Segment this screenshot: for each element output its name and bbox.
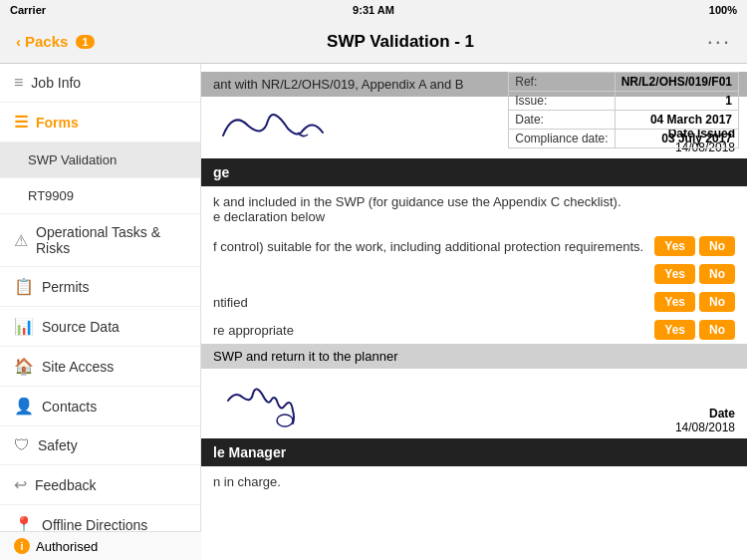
date-block-2: Date 14/08/2018 — [675, 407, 735, 434]
section-text-1: k and included in the SWP (for guidance … — [201, 186, 747, 232]
compliance-text: SWP and return it to the planner — [213, 349, 397, 364]
menu-button[interactable]: ··· — [707, 29, 731, 55]
battery-label: 100% — [709, 4, 737, 16]
sidebar-label-job-info: Job Info — [31, 75, 81, 91]
yes-button-2[interactable]: Yes — [654, 264, 695, 284]
sidebar-label-site-access: Site Access — [42, 359, 114, 375]
no-button-1[interactable]: No — [699, 236, 735, 256]
table-row: Date: 04 March 2017 — [509, 111, 739, 130]
yn-row-4: re appropriate Yes No — [201, 316, 747, 344]
sidebar-item-permits[interactable]: 📋 Permits — [0, 267, 200, 307]
black-band-1-text: ge — [213, 164, 229, 180]
signature-area-2 — [213, 376, 313, 434]
info-icon: i — [14, 538, 30, 554]
content-area: Ref: NR/L2/OHS/019/F01 Issue: 1 Date: 04… — [201, 64, 747, 560]
status-bar: Carrier 9:31 AM 100% — [0, 0, 747, 20]
back-label: Packs — [25, 33, 68, 50]
sidebar-label-safety: Safety — [38, 437, 78, 453]
sidebar-label-source-data: Source Data — [42, 319, 120, 335]
section-line-1: k and included in the SWP (for guidance … — [213, 194, 735, 209]
compliance-value: 03 July 2017 — [615, 130, 738, 148]
authorised-bar: i Authorised — [0, 531, 201, 560]
sidebar-item-safety[interactable]: 🛡 Safety — [0, 426, 200, 465]
black-band-1: ge — [201, 158, 747, 186]
nav-title: SWP Validation - 1 — [327, 32, 474, 52]
source-data-icon: 📊 — [14, 317, 34, 336]
yn-buttons-3: Yes No — [654, 292, 735, 312]
sidebar-item-forms[interactable]: ☰ Forms — [0, 103, 200, 142]
sidebar-label-feedback: Feedback — [35, 477, 96, 493]
no-button-2[interactable]: No — [699, 264, 735, 284]
issue-label: Issue: — [509, 92, 615, 111]
sidebar-item-rt9909[interactable]: RT9909 — [0, 178, 200, 214]
yn-buttons-1: Yes No — [654, 236, 735, 256]
section-line-1b: e declaration below — [213, 209, 735, 224]
sidebar-item-site-access[interactable]: 🏠 Site Access — [0, 347, 200, 387]
authorised-label: Authorised — [36, 539, 98, 554]
yn-text-1: f control) suitable for the work, includ… — [213, 239, 654, 254]
yn-text-3: ntified — [213, 295, 654, 310]
yn-row-1: f control) suitable for the work, includ… — [201, 232, 747, 260]
list-icon: ≡ — [14, 74, 23, 92]
time-label: 9:31 AM — [353, 4, 394, 16]
signature-area-1 — [213, 101, 333, 154]
svg-point-0 — [277, 415, 293, 426]
site-access-icon: 🏠 — [14, 357, 34, 376]
feedback-icon: ↩ — [14, 475, 27, 494]
yn-text-4: re appropriate — [213, 323, 654, 338]
sidebar-item-swp-validation[interactable]: SWP Validation — [0, 142, 200, 178]
section-line-2: n in charge. — [213, 474, 281, 489]
nav-bar: ‹ Packs 1 SWP Validation - 1 ··· — [0, 20, 747, 64]
no-button-4[interactable]: No — [699, 320, 735, 340]
safety-icon: 🛡 — [14, 436, 30, 454]
date-value-2: 14/08/2018 — [675, 420, 735, 434]
compliance-label: Compliance date: — [509, 130, 615, 148]
ref-label: Ref: — [509, 73, 615, 92]
date-value: 04 March 2017 — [615, 111, 738, 130]
contacts-icon: 👤 — [14, 397, 34, 416]
yn-row-3: ntified Yes No — [201, 288, 747, 316]
sidebar-label-rt9909: RT9909 — [28, 188, 74, 203]
black-band-2: le Manager — [201, 438, 747, 466]
signature-svg-2 — [213, 376, 313, 430]
sidebar-label-forms: Forms — [36, 115, 79, 131]
date-label-2: Date — [675, 407, 735, 420]
sidebar-item-feedback[interactable]: ↩ Feedback — [0, 465, 200, 505]
black-band-2-text: le Manager — [213, 444, 286, 460]
compliance-row: SWP and return it to the planner — [201, 344, 747, 369]
nav-badge: 1 — [76, 35, 94, 49]
no-button-3[interactable]: No — [699, 292, 735, 312]
info-table: Ref: NR/L2/OHS/019/F01 Issue: 1 Date: 04… — [508, 72, 739, 148]
yn-buttons-4: Yes No — [654, 320, 735, 340]
yes-button-4[interactable]: Yes — [654, 320, 695, 340]
forms-icon: ☰ — [14, 113, 28, 132]
section-text-2: n in charge. — [201, 466, 747, 497]
sidebar-label-swp: SWP Validation — [28, 152, 117, 167]
sidebar-item-operational-tasks[interactable]: ⚠ Operational Tasks & Risks — [0, 214, 200, 267]
signature-svg-1 — [213, 101, 333, 150]
table-row: Issue: 1 — [509, 92, 739, 111]
yn-row-2: Yes No — [201, 260, 747, 288]
date-label: Date: — [509, 111, 615, 130]
permits-icon: 📋 — [14, 277, 34, 296]
back-button[interactable]: ‹ Packs 1 — [16, 33, 95, 50]
carrier-label: Carrier — [10, 4, 46, 16]
gray-band-1-text: ant with NR/L2/OHS/019, Appendix A and B — [213, 77, 464, 92]
yes-button-1[interactable]: Yes — [654, 236, 695, 256]
ref-value: NR/L2/OHS/019/F01 — [615, 73, 738, 92]
sidebar: ≡ Job Info ☰ Forms SWP Validation RT9909… — [0, 64, 201, 560]
table-row: Ref: NR/L2/OHS/019/F01 — [509, 73, 739, 92]
sidebar-item-source-data[interactable]: 📊 Source Data — [0, 307, 200, 347]
sidebar-label-permits: Permits — [42, 279, 89, 295]
issue-value: 1 — [615, 92, 738, 111]
main-layout: ≡ Job Info ☰ Forms SWP Validation RT9909… — [0, 64, 747, 560]
status-bar-right: 100% — [709, 4, 737, 16]
yes-button-3[interactable]: Yes — [654, 292, 695, 312]
chevron-left-icon: ‹ — [16, 33, 21, 50]
sidebar-item-contacts[interactable]: 👤 Contacts — [0, 387, 200, 426]
table-row: Compliance date: 03 July 2017 — [509, 130, 739, 148]
warning-icon: ⚠ — [14, 231, 28, 250]
sidebar-label-operational: Operational Tasks & Risks — [36, 224, 186, 256]
sidebar-label-contacts: Contacts — [42, 399, 97, 415]
sidebar-item-job-info[interactable]: ≡ Job Info — [0, 64, 200, 103]
